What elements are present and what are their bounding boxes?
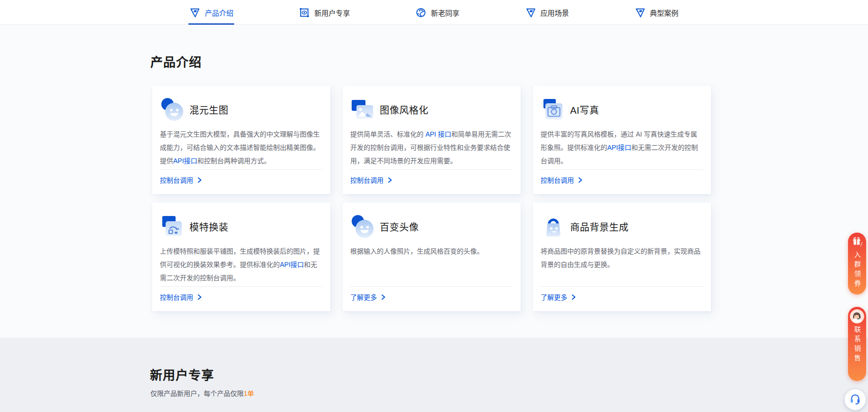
tab-use-cases[interactable]: 应用场景 xyxy=(525,0,569,25)
funnel-icon xyxy=(525,7,536,18)
funnel-icon xyxy=(189,7,200,18)
learn-more-link[interactable]: 了解更多 xyxy=(541,292,703,304)
headset-icon xyxy=(849,392,861,407)
console-call-link[interactable]: 控制台调用 xyxy=(160,292,323,304)
chevron-right-icon xyxy=(388,177,392,183)
new-user-section: 新用户专享 仅限产品新用户，每个产品仅限1单 xyxy=(0,338,868,412)
tab-product-intro[interactable]: 产品介绍 xyxy=(189,0,233,25)
ai-portrait-camera-icon xyxy=(541,97,565,122)
gift-box-icon xyxy=(299,7,310,18)
shopping-bag-smiley-icon xyxy=(541,214,565,239)
api-doc-link[interactable]: API接口 xyxy=(173,157,197,165)
api-doc-link[interactable]: API接口 xyxy=(280,261,304,268)
smiley-avatar-icon xyxy=(160,97,185,122)
page: 产品介绍 新用户专享 新老同享 应用场景 典型案例 xyxy=(0,0,868,412)
tab-new-user[interactable]: 新用户专享 xyxy=(299,0,350,25)
card-title: 混元生图 xyxy=(189,103,228,117)
card-description: 基于混元文生图大模型，具备强大的中文理解与图像生成能力，可结合输入的文本描述智能… xyxy=(160,128,323,167)
new-user-title: 新用户专享 xyxy=(150,365,214,383)
image-style-icon xyxy=(350,97,375,122)
api-doc-link[interactable]: API 接口 xyxy=(425,130,451,138)
tab-label: 新老同享 xyxy=(431,8,459,18)
card-description: 根据输入的人像照片，生成风格百变的头像。 xyxy=(350,245,513,284)
product-card-grid: 混元生图 基于混元文生图大模型，具备强大的中文理解与图像生成能力，可结合输入的文… xyxy=(152,86,711,311)
product-card-model-dressing: 模特换装 上传模特照和服装平铺图，生成模特换装后的图片，提供可视化的换装效果参考… xyxy=(152,203,330,311)
card-description: 将商品图中的原背景替换为自定义的新背景，实现商品背景的自由生成与更换。 xyxy=(541,245,703,284)
chevron-right-icon xyxy=(578,177,582,183)
tab-label: 典型案例 xyxy=(650,8,679,18)
tab-label: 应用场景 xyxy=(541,8,569,18)
section-tab-bar: 产品介绍 新用户专享 新老同享 应用场景 典型案例 xyxy=(0,0,868,25)
sales-label: 联系销售 xyxy=(854,326,860,364)
product-card-hunyuan: 混元生图 基于混元文生图大模型，具备强大的中文理解与图像生成能力，可结合输入的文… xyxy=(152,86,330,194)
chevron-right-icon xyxy=(197,177,202,183)
divider xyxy=(160,286,323,287)
contact-sales-button[interactable]: 联系销售 xyxy=(848,307,866,381)
product-card-background-gen: 商品背景生成 将商品图中的原背景替换为自定义的新背景，实现商品背景的自由生成与更… xyxy=(533,203,711,311)
api-doc-link[interactable]: API接口 xyxy=(607,144,631,151)
card-title: 百变头像 xyxy=(380,220,419,234)
learn-more-link[interactable]: 了解更多 xyxy=(350,292,513,304)
product-intro-section: 产品介绍 混元生图 基于混元文生图大模型，具备强大的中文理解与图像生成能力，可结… xyxy=(0,25,868,338)
divider xyxy=(541,169,703,170)
divider xyxy=(350,286,513,287)
limit-highlight: 1单 xyxy=(244,390,254,397)
card-title: AI写真 xyxy=(570,103,599,117)
card-title: 商品背景生成 xyxy=(570,220,629,234)
card-title: 模特换装 xyxy=(189,220,228,234)
gift-icon xyxy=(851,236,863,249)
page-title: 产品介绍 xyxy=(150,52,202,70)
product-card-avatar: 百变头像 根据输入的人像照片，生成风格百变的头像。 了解更多 xyxy=(343,203,521,311)
tab-typical-cases[interactable]: 典型案例 xyxy=(635,0,679,25)
join-group-coupon-button[interactable]: 入群领券 xyxy=(848,233,866,294)
product-card-image-style: 图像风格化 提供简单灵活、标准化的 API 接口和简单易用无需二次开发的控制台调… xyxy=(343,86,521,194)
funnel-icon xyxy=(635,7,646,18)
divider xyxy=(541,286,703,287)
chevron-right-icon xyxy=(381,294,385,300)
model-dressing-swap-icon xyxy=(160,214,185,239)
coupon-label: 入群领券 xyxy=(854,251,860,289)
tab-label: 新用户专享 xyxy=(314,8,350,18)
sales-avatar xyxy=(850,309,864,324)
tab-shared-offer[interactable]: 新老同享 xyxy=(415,0,459,25)
divider xyxy=(350,169,513,170)
chevron-right-icon xyxy=(197,294,202,300)
card-description: 提供丰富的写真风格模板，通过 AI 写真快速生成专属形象照。提供标准化的API接… xyxy=(541,128,703,167)
tab-label: 产品介绍 xyxy=(205,8,233,18)
new-user-subtitle: 仅限产品新用户，每个产品仅限1单 xyxy=(150,388,254,398)
card-description: 提供简单灵活、标准化的 API 接口和简单易用无需二次开发的控制台调用，可根据行… xyxy=(350,128,513,167)
console-call-link[interactable]: 控制台调用 xyxy=(541,175,703,186)
card-title: 图像风格化 xyxy=(380,103,429,117)
chevron-right-icon xyxy=(572,294,576,300)
product-card-ai-portrait: AI写真 提供丰富的写真风格模板，通过 AI 写真快速生成专属形象照。提供标准化… xyxy=(533,86,711,194)
divider xyxy=(160,169,323,170)
card-description: 上传模特照和服装平铺图，生成模特换装后的图片，提供可视化的换装效果参考。提供标准… xyxy=(160,245,323,284)
console-call-link[interactable]: 控制台调用 xyxy=(350,175,513,186)
customer-service-button[interactable] xyxy=(845,389,866,410)
smiley-avatar-icon xyxy=(350,214,375,239)
console-call-link[interactable]: 控制台调用 xyxy=(160,175,323,186)
share-cycle-icon xyxy=(415,7,426,18)
